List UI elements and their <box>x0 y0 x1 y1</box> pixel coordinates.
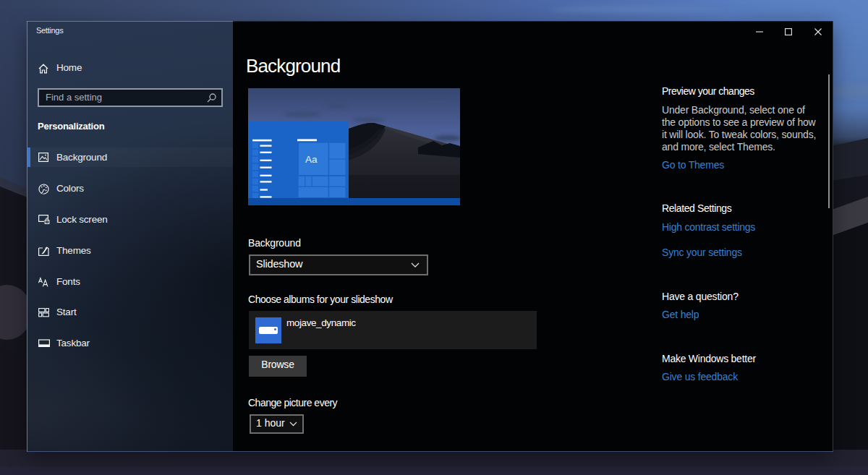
svg-text:Aa: Aa <box>305 154 318 165</box>
